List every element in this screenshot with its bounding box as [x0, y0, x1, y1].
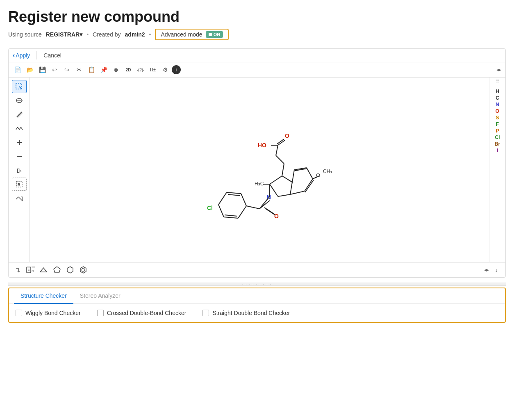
left-tools-panel: []ₙ R — [9, 78, 30, 262]
svg-line-29 — [259, 196, 270, 209]
svg-line-48 — [276, 145, 278, 155]
methoxy-group: O CH₃ — [313, 169, 332, 179]
open-file-icon[interactable]: 📂 — [24, 64, 36, 75]
element-P[interactable]: P — [496, 128, 499, 134]
svg-point-65 — [82, 268, 85, 272]
element-Cl[interactable]: Cl — [495, 135, 500, 140]
source-dropdown[interactable]: REGISTRAR▾ — [46, 31, 82, 38]
canvas-area[interactable]: Cl — [30, 78, 489, 262]
straight-double-bond-checkbox[interactable] — [202, 310, 209, 316]
page-container: Register new compound Using source REGIS… — [0, 0, 514, 420]
molecule-svg: Cl — [136, 88, 382, 252]
reaction-tool[interactable] — [12, 192, 27, 205]
svg-line-41 — [305, 180, 314, 192]
svg-line-10 — [16, 197, 18, 199]
bottom-expand-icons[interactable]: ◂▸ — [484, 267, 489, 273]
element-O[interactable]: O — [496, 108, 499, 114]
paste-icon[interactable]: 📌 — [98, 64, 109, 75]
info-icon[interactable]: i — [172, 65, 181, 74]
element-S[interactable]: S — [496, 115, 499, 121]
editor-body: []ₙ R — [9, 78, 505, 262]
settings-icon[interactable]: ⚙ — [159, 64, 171, 75]
benzene-icon[interactable] — [77, 264, 89, 276]
template-icon[interactable]: N — [25, 264, 36, 276]
elements-more-icon[interactable]: ⠿ — [496, 79, 499, 84]
svg-line-22 — [246, 206, 259, 209]
acetic-acid-chain: O HO — [258, 132, 289, 176]
svg-line-18 — [224, 217, 238, 218]
clear-icon[interactable]: ⊗ — [110, 64, 122, 75]
straight-double-bond-label: Straight Double Bond Checker — [212, 310, 290, 316]
pentagon-icon[interactable] — [51, 264, 63, 276]
charge-plus-tool[interactable] — [12, 136, 27, 149]
svg-line-19 — [218, 205, 224, 217]
checker-panel: Structure Checker Stereo Analyzer Wiggly… — [8, 288, 506, 323]
svg-text:R: R — [18, 183, 20, 187]
element-I[interactable]: I — [497, 148, 498, 153]
svg-text:Cl: Cl — [207, 205, 213, 211]
chloro-phenyl-ring: Cl — [207, 192, 259, 218]
element-C[interactable]: C — [496, 95, 499, 101]
up-down-icon[interactable]: ⇅ — [12, 264, 23, 276]
created-value: admin2 — [125, 31, 145, 38]
svg-line-20 — [228, 194, 240, 196]
created-label: Created by — [93, 31, 121, 38]
tab-structure-checker[interactable]: Structure Checker — [14, 288, 73, 304]
save-icon[interactable]: 💾 — [36, 64, 48, 75]
toggle-state-label: ON — [214, 32, 221, 37]
cut-icon[interactable]: ✂ — [73, 64, 85, 75]
wiggly-bond-checkbox[interactable] — [16, 310, 22, 316]
tab-stereo-analyzer[interactable]: Stereo Analyzer — [73, 288, 127, 304]
svg-line-15 — [227, 192, 241, 194]
crossed-double-bond-checkbox[interactable] — [97, 310, 104, 316]
element-Br[interactable]: Br — [495, 141, 500, 147]
svg-line-25 — [264, 208, 274, 214]
undo-icon[interactable]: ↩ — [49, 64, 60, 75]
expand-arrows-icon[interactable]: ◂▸ — [496, 66, 502, 73]
r-group-tool[interactable]: R — [12, 178, 27, 191]
hexagon-icon[interactable] — [64, 264, 76, 276]
down-arrow-icon[interactable]: ↓ — [491, 264, 502, 276]
charge-minus-tool[interactable] — [12, 150, 27, 163]
copy-icon[interactable]: 📋 — [86, 64, 97, 75]
right-elements-panel: ⠿ H C N O S F P Cl Br I — [489, 78, 505, 262]
carbonyl-bottom: O — [259, 201, 279, 219]
select-tool[interactable] — [12, 80, 27, 93]
checker-tabs: Structure Checker Stereo Analyzer — [9, 288, 505, 304]
element-F[interactable]: F — [496, 121, 499, 127]
cancel-button[interactable]: Cancel — [43, 52, 61, 59]
svg-text:HO: HO — [258, 142, 266, 148]
bottom-toolbar: ⇅ N — [9, 262, 505, 277]
erase-tool[interactable] — [12, 94, 27, 107]
advanced-mode-toggle[interactable]: ON — [206, 31, 223, 38]
atom-map-icon[interactable]: -(?)- — [135, 64, 146, 75]
arrow-tool-icon[interactable] — [38, 264, 50, 276]
nitrogen-center: N — [259, 184, 271, 209]
svg-text:O: O — [285, 132, 289, 139]
resize-handle[interactable]: · · · · · · · · · — [8, 283, 506, 286]
svg-marker-64 — [80, 267, 86, 273]
svg-marker-63 — [67, 267, 73, 273]
svg-line-33 — [278, 194, 290, 196]
svg-text:H₃C: H₃C — [255, 181, 264, 187]
element-H[interactable]: H — [496, 89, 499, 94]
resize-dots-icon: · · · · · · · · · — [242, 283, 272, 286]
svg-line-46 — [282, 164, 284, 176]
crossed-double-bond-checker: Crossed Double-Bond Checker — [97, 310, 186, 316]
new-file-icon[interactable]: 📄 — [12, 64, 23, 75]
apply-button[interactable]: Apply — [13, 52, 30, 59]
element-N[interactable]: N — [496, 102, 499, 107]
svg-marker-61 — [40, 268, 47, 272]
hydrogens-icon[interactable]: H± — [147, 64, 159, 75]
2d-icon[interactable]: 2D — [123, 64, 134, 75]
chain-tool[interactable] — [12, 122, 27, 135]
redo-icon[interactable]: ↪ — [61, 64, 73, 75]
subtitle-row: Using source REGISTRAR▾ • Created by adm… — [8, 29, 506, 40]
bracket-tool[interactable]: []ₙ — [12, 164, 27, 177]
svg-marker-62 — [54, 267, 60, 273]
dot-sep-1: • — [86, 31, 89, 38]
svg-line-35 — [283, 176, 293, 183]
benzene-fused-ring — [290, 168, 314, 194]
checker-content: Wiggly Bond Checker Crossed Double-Bond … — [9, 304, 505, 322]
bond-tool[interactable] — [12, 108, 27, 121]
